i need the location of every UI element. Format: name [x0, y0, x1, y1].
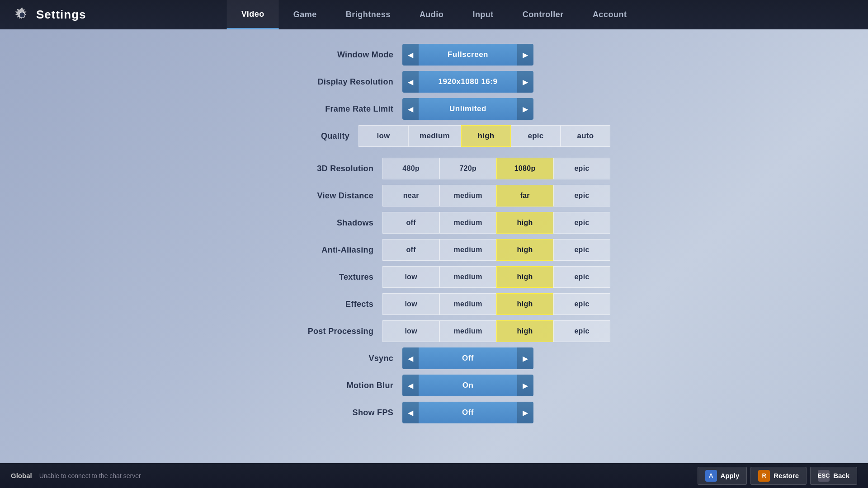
pp-low-btn[interactable]: low	[382, 320, 439, 342]
frame-rate-next[interactable]: ▶	[517, 98, 533, 120]
display-resolution-label: Display Resolution	[258, 77, 402, 87]
view-distance-row: View Distance near medium far epic	[258, 184, 610, 207]
pp-medium-btn[interactable]: medium	[439, 320, 496, 342]
tx-medium-btn[interactable]: medium	[439, 266, 496, 288]
restore-label: Restore	[774, 472, 799, 479]
vd-medium-btn[interactable]: medium	[439, 185, 496, 206]
shadows-group: off medium high epic	[382, 212, 610, 234]
effects-row: Effects low medium high epic	[258, 292, 610, 316]
sh-medium-btn[interactable]: medium	[439, 212, 496, 234]
tx-low-btn[interactable]: low	[382, 266, 439, 288]
show-fps-value: Off	[419, 408, 517, 417]
display-resolution-next[interactable]: ▶	[517, 71, 533, 93]
textures-label: Textures	[258, 272, 382, 282]
motion-blur-prev[interactable]: ◀	[402, 375, 419, 396]
aa-high-btn[interactable]: high	[496, 239, 553, 261]
sh-high-btn[interactable]: high	[496, 212, 553, 234]
apply-label: Apply	[721, 472, 740, 479]
back-key-badge: ESC	[818, 470, 830, 482]
quality-btn-high[interactable]: high	[461, 125, 511, 147]
tab-video[interactable]: Video	[227, 0, 279, 29]
sh-off-btn[interactable]: off	[382, 212, 439, 234]
quality-btn-epic[interactable]: epic	[511, 125, 561, 147]
motion-blur-row: Motion Blur ◀ On ▶	[258, 374, 610, 397]
frame-rate-selector[interactable]: ◀ Unlimited ▶	[402, 98, 533, 120]
fx-high-btn[interactable]: high	[496, 293, 553, 315]
vsync-next[interactable]: ▶	[517, 347, 533, 369]
res-480p-btn[interactable]: 480p	[382, 158, 439, 179]
footer-global-label: Global	[11, 472, 32, 479]
footer-status-text: Unable to connect to the chat server	[39, 472, 141, 479]
svg-point-1	[19, 12, 24, 17]
fx-medium-btn[interactable]: medium	[439, 293, 496, 315]
quality-btn-medium[interactable]: medium	[408, 125, 461, 147]
tab-brightness[interactable]: Brightness	[331, 0, 405, 29]
tx-high-btn[interactable]: high	[496, 266, 553, 288]
aa-off-btn[interactable]: off	[382, 239, 439, 261]
effects-label: Effects	[258, 300, 382, 309]
resolution-3d-group: 480p 720p 1080p epic	[382, 158, 610, 179]
vd-near-btn[interactable]: near	[382, 185, 439, 206]
quality-btn-auto[interactable]: auto	[561, 125, 610, 147]
motion-blur-selector[interactable]: ◀ On ▶	[402, 375, 533, 396]
aa-epic-btn[interactable]: epic	[553, 239, 610, 261]
tab-input[interactable]: Input	[458, 0, 508, 29]
apply-key-badge: A	[705, 470, 717, 482]
window-mode-selector[interactable]: ◀ Fullscreen ▶	[402, 44, 533, 66]
frame-rate-value: Unlimited	[419, 104, 517, 113]
footer: Global Unable to connect to the chat ser…	[0, 463, 868, 488]
pp-high-btn[interactable]: high	[496, 320, 553, 342]
motion-blur-next[interactable]: ▶	[517, 375, 533, 396]
back-button[interactable]: ESC Back	[810, 467, 857, 485]
shadows-row: Shadows off medium high epic	[258, 211, 610, 235]
fx-low-btn[interactable]: low	[382, 293, 439, 315]
frame-rate-prev[interactable]: ◀	[402, 98, 419, 120]
view-distance-group: near medium far epic	[382, 185, 610, 206]
textures-group: low medium high epic	[382, 266, 610, 288]
window-mode-next[interactable]: ▶	[517, 44, 533, 66]
settings-container: Window Mode ◀ Fullscreen ▶ Display Resol…	[258, 43, 610, 424]
tab-controller[interactable]: Controller	[508, 0, 578, 29]
anti-aliasing-group: off medium high epic	[382, 239, 610, 261]
motion-blur-label: Motion Blur	[258, 381, 402, 390]
motion-blur-value: On	[419, 381, 517, 390]
main-content: Window Mode ◀ Fullscreen ▶ Display Resol…	[0, 29, 868, 437]
tab-audio[interactable]: Audio	[405, 0, 458, 29]
show-fps-prev[interactable]: ◀	[402, 402, 419, 423]
vd-far-btn[interactable]: far	[496, 185, 553, 206]
show-fps-row: Show FPS ◀ Off ▶	[258, 401, 610, 424]
display-resolution-selector[interactable]: ◀ 868x488 16:9 ▶	[402, 71, 533, 93]
show-fps-next[interactable]: ▶	[517, 402, 533, 423]
display-resolution-prev[interactable]: ◀	[402, 71, 419, 93]
pp-epic-btn[interactable]: epic	[553, 320, 610, 342]
vsync-prev[interactable]: ◀	[402, 347, 419, 369]
restore-key-badge: R	[758, 470, 770, 482]
window-mode-row: Window Mode ◀ Fullscreen ▶	[258, 43, 610, 66]
tab-account[interactable]: Account	[578, 0, 642, 29]
vsync-selector[interactable]: ◀ Off ▶	[402, 347, 533, 369]
show-fps-selector[interactable]: ◀ Off ▶	[402, 402, 533, 423]
apply-button[interactable]: A Apply	[698, 467, 747, 485]
resolution-3d-label: 3D Resolution	[258, 164, 382, 174]
restore-button[interactable]: R Restore	[750, 467, 807, 485]
frame-rate-label: Frame Rate Limit	[258, 104, 402, 114]
gear-icon	[14, 6, 31, 23]
aa-medium-btn[interactable]: medium	[439, 239, 496, 261]
res-1080p-btn[interactable]: 1080p	[496, 158, 553, 179]
window-mode-value: Fullscreen	[419, 50, 517, 59]
effects-group: low medium high epic	[382, 293, 610, 315]
nav-tabs: Video Game Brightness Audio Input Contro…	[227, 0, 642, 29]
quality-btn-low[interactable]: low	[359, 125, 408, 147]
vd-epic-btn[interactable]: epic	[553, 185, 610, 206]
res-epic-btn[interactable]: epic	[553, 158, 610, 179]
fx-epic-btn[interactable]: epic	[553, 293, 610, 315]
sh-epic-btn[interactable]: epic	[553, 212, 610, 234]
anti-aliasing-row: Anti-Aliasing off medium high epic	[258, 238, 610, 262]
res-720p-btn[interactable]: 720p	[439, 158, 496, 179]
vsync-label: Vsync	[258, 354, 402, 363]
tx-epic-btn[interactable]: epic	[553, 266, 610, 288]
window-mode-prev[interactable]: ◀	[402, 44, 419, 66]
quality-btn-group: low medium high epic auto	[359, 125, 610, 147]
tab-game[interactable]: Game	[279, 0, 331, 29]
quality-label: Quality	[258, 131, 359, 141]
